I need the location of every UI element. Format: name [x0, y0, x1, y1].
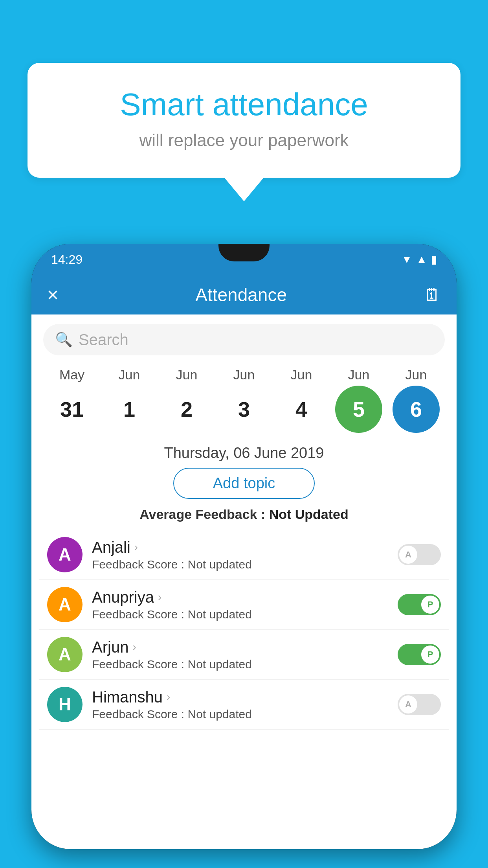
month-0[interactable]: May — [48, 367, 95, 383]
student-info-3: Himanshu › Feedback Score : Not updated — [92, 688, 388, 721]
toggle-knob-1: P — [421, 596, 439, 614]
add-topic-button[interactable]: Add topic — [173, 468, 315, 499]
attendance-toggle-0[interactable]: A — [398, 544, 441, 565]
search-icon: 🔍 — [55, 331, 73, 348]
day-today[interactable]: 5 — [335, 386, 382, 433]
student-info-1: Anupriya › Feedback Score : Not updated — [92, 588, 388, 621]
wifi-icon: ▼ — [402, 253, 413, 266]
month-6[interactable]: Jun — [393, 367, 440, 383]
day-4[interactable]: 4 — [278, 386, 325, 433]
avg-feedback-label: Average Feedback : — [139, 507, 265, 522]
month-2[interactable]: Jun — [163, 367, 210, 383]
signal-icon: ▲ — [416, 253, 427, 266]
student-feedback-0: Feedback Score : Not updated — [92, 558, 388, 571]
speech-bubble-subtitle: will replace your paperwork — [59, 131, 429, 150]
app-content: 🔍 Search May Jun Jun Jun Jun Jun Jun 31 … — [31, 314, 457, 849]
close-button[interactable]: × — [47, 283, 59, 306]
student-avatar-2: A — [47, 637, 83, 672]
attendance-toggle-3[interactable]: A — [398, 694, 441, 715]
student-arrow-0: › — [134, 541, 138, 554]
selected-date: Thursday, 06 June 2019 — [31, 445, 457, 462]
status-time: 14:29 — [51, 252, 83, 267]
month-3[interactable]: Jun — [220, 367, 268, 383]
calendar-icon[interactable]: 🗓 — [424, 285, 441, 305]
month-1[interactable]: Jun — [106, 367, 153, 383]
student-name-2: Arjun › — [92, 638, 388, 656]
student-avatar-1: A — [47, 587, 83, 622]
calendar-days: 31 1 2 3 4 5 6 — [39, 386, 449, 433]
notch — [218, 244, 270, 261]
day-1[interactable]: 1 — [106, 386, 153, 433]
day-selected[interactable]: 6 — [393, 386, 440, 433]
phone-frame: 14:29 ▼ ▲ ▮ × Attendance 🗓 🔍 Search May … — [31, 244, 457, 849]
battery-icon: ▮ — [431, 253, 437, 266]
toggle-knob-3: A — [399, 695, 417, 714]
toggle-knob-2: P — [421, 645, 439, 664]
student-avatar-0: A — [47, 537, 83, 572]
student-arrow-1: › — [158, 591, 161, 603]
search-placeholder: Search — [79, 331, 128, 349]
attendance-toggle-2[interactable]: P — [398, 644, 441, 665]
search-bar[interactable]: 🔍 Search — [43, 324, 445, 355]
status-bar: 14:29 ▼ ▲ ▮ — [31, 244, 457, 275]
calendar-months: May Jun Jun Jun Jun Jun Jun — [39, 367, 449, 383]
student-name-0: Anjali › — [92, 539, 388, 556]
month-5[interactable]: Jun — [335, 367, 382, 383]
student-feedback-2: Feedback Score : Not updated — [92, 658, 388, 671]
header-title: Attendance — [195, 284, 287, 305]
avg-feedback: Average Feedback : Not Updated — [31, 507, 457, 522]
speech-bubble: Smart attendance will replace your paper… — [28, 63, 460, 178]
student-item-0[interactable]: A Anjali › Feedback Score : Not updated … — [39, 530, 449, 580]
day-3[interactable]: 3 — [220, 386, 268, 433]
student-feedback-3: Feedback Score : Not updated — [92, 708, 388, 721]
student-info-0: Anjali › Feedback Score : Not updated — [92, 539, 388, 571]
toggle-knob-0: A — [399, 546, 417, 564]
student-item-1[interactable]: A Anupriya › Feedback Score : Not update… — [39, 580, 449, 630]
avg-feedback-value: Not Updated — [269, 507, 349, 522]
student-info-2: Arjun › Feedback Score : Not updated — [92, 638, 388, 671]
student-item-3[interactable]: H Himanshu › Feedback Score : Not update… — [39, 680, 449, 730]
student-arrow-2: › — [132, 641, 136, 653]
student-feedback-1: Feedback Score : Not updated — [92, 608, 388, 621]
status-icons: ▼ ▲ ▮ — [402, 253, 437, 266]
day-0[interactable]: 31 — [48, 386, 95, 433]
student-item-2[interactable]: A Arjun › Feedback Score : Not updated P — [39, 630, 449, 680]
speech-bubble-arrow — [224, 178, 264, 201]
day-2[interactable]: 2 — [163, 386, 210, 433]
student-avatar-3: H — [47, 687, 83, 722]
month-4[interactable]: Jun — [278, 367, 325, 383]
student-arrow-3: › — [167, 691, 170, 703]
student-name-3: Himanshu › — [92, 688, 388, 706]
student-list: A Anjali › Feedback Score : Not updated … — [31, 530, 457, 730]
calendar-strip: May Jun Jun Jun Jun Jun Jun 31 1 2 3 4 5… — [31, 359, 457, 437]
app-header: × Attendance 🗓 — [31, 275, 457, 314]
speech-bubble-container: Smart attendance will replace your paper… — [28, 63, 460, 201]
speech-bubble-title: Smart attendance — [59, 86, 429, 123]
student-name-1: Anupriya › — [92, 588, 388, 606]
attendance-toggle-1[interactable]: P — [398, 594, 441, 615]
